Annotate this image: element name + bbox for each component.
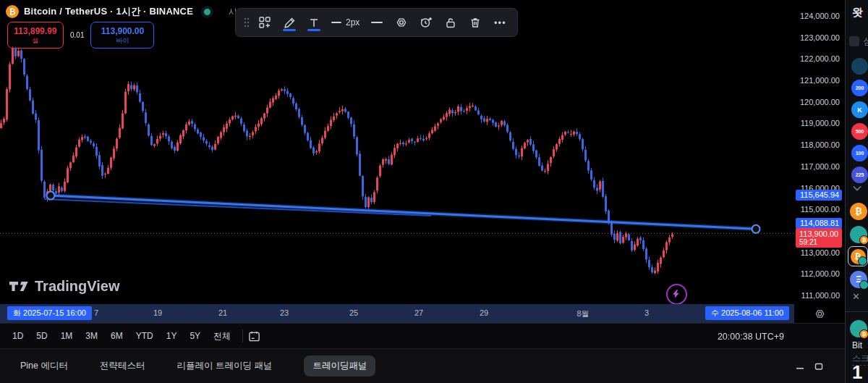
lock-icon[interactable]	[439, 12, 462, 33]
symbol-header: ₿ Bitcoin / TetherUS · 1시간 · BINANCE 시1	[6, 4, 242, 19]
range-divider	[242, 329, 243, 342]
minimize-panel-icon[interactable]	[796, 362, 804, 371]
text-color-icon[interactable]	[302, 12, 326, 33]
template-add-icon[interactable]	[253, 12, 276, 33]
bottom-tab-2[interactable]: 리플레이 트레이딩 패널	[177, 360, 273, 372]
current-price-badge: 113,900.0059:21	[796, 228, 842, 248]
btc-coin-icon: ₿	[851, 249, 866, 264]
range-button-1m[interactable]: 1M	[54, 327, 80, 345]
axis-settings-corner	[794, 304, 845, 323]
clock-timezone[interactable]: 20:00:38 UTC+9	[718, 324, 784, 349]
more-options-icon[interactable]: •••	[488, 12, 511, 33]
watchlist-coin-pair[interactable]: ₿	[850, 226, 867, 243]
watchlist-coin-selected[interactable]: ₿	[848, 246, 868, 266]
range-button-3m[interactable]: 3M	[79, 327, 104, 345]
replay-start-date-badge: 화 2025-07-15 16:00	[7, 306, 92, 320]
sell-price: 113,899.99	[14, 27, 56, 36]
sidebar-index-badge-3[interactable]: 500	[851, 123, 868, 140]
boost-lightning-icon[interactable]	[666, 284, 687, 305]
price-tick-label: 123,000.00	[800, 33, 840, 43]
range-button-전체[interactable]: 전체	[207, 327, 237, 346]
buy-button[interactable]: 113,900.00 바이	[90, 22, 154, 49]
time-tick-label: 19	[153, 308, 162, 317]
range-toolbar: 1D5D1M3M6MYTD1Y5Y전체 20:00:38 UTC+9	[0, 323, 845, 348]
time-tick-label: 25	[349, 308, 358, 317]
range-button-ytd[interactable]: YTD	[129, 327, 160, 345]
price-tick-label: 119,000.00	[801, 118, 840, 128]
price-axis[interactable]: 124,000.00123,000.00122,000.00121,000.00…	[794, 0, 845, 304]
symbol-title[interactable]: Bitcoin / TetherUS · 1시간 · BINANCE	[24, 5, 193, 18]
sidebar-index-badge-0[interactable]	[851, 58, 868, 75]
line-width-label: 2px	[346, 17, 359, 28]
price-tick-label: 117,000.00	[801, 161, 840, 172]
range-button-1y[interactable]: 1Y	[160, 327, 184, 345]
sell-button[interactable]: 113,899.99 셀	[7, 22, 64, 49]
axis-settings-gear-icon[interactable]	[814, 308, 826, 320]
price-tick-label: 115,000.00	[801, 204, 840, 214]
time-tick-label: 21	[218, 308, 227, 317]
btc-sub-icon2: ₿	[859, 329, 868, 339]
settings-icon[interactable]	[390, 12, 413, 33]
add-alert-icon[interactable]	[414, 12, 438, 33]
price-tick-label: 111,000.00	[801, 290, 840, 300]
close-item-icon[interactable]: ✕	[852, 291, 860, 302]
price-tick-label: 112,000.00	[801, 269, 840, 279]
time-tick-label: 23	[280, 308, 289, 317]
watchlist-label[interactable]: 왓	[852, 6, 863, 20]
bottom-tab-1[interactable]: 전략테스터	[100, 360, 145, 372]
sidebar-index-badge-5[interactable]: 225	[851, 167, 868, 183]
symbol-row[interactable]: 심	[849, 35, 868, 48]
tradingview-logo-icon	[9, 279, 29, 293]
chart-area: ₿ Bitcoin / TetherUS · 1시간 · BINANCE 시1 …	[0, 0, 794, 304]
buy-label: 바이	[116, 37, 129, 44]
toolbar-drag-handle-icon[interactable]	[242, 12, 252, 33]
chevron-down-icon[interactable]	[853, 185, 861, 191]
buy-price: 113,900.00	[101, 27, 144, 36]
price-tick-label: 122,000.00	[800, 54, 840, 64]
line-width-selector[interactable]: 2px	[327, 12, 364, 33]
pencil-color-icon[interactable]	[278, 12, 301, 33]
line-style-icon[interactable]	[365, 12, 388, 33]
watchlist-coin-btc[interactable]: ₿	[850, 203, 867, 220]
go-to-date-icon[interactable]	[248, 330, 260, 342]
range-button-1d[interactable]: 1D	[6, 327, 30, 345]
spread-value: 0.01	[70, 31, 84, 39]
restore-panel-icon[interactable]	[814, 362, 823, 371]
trash-icon[interactable]	[464, 12, 487, 33]
bit-label: Bit	[852, 340, 862, 350]
bar-countdown: 59:21	[799, 238, 838, 246]
sidebar-index-badge-1[interactable]: 200	[851, 80, 868, 96]
alt-sub-icon	[858, 256, 867, 266]
price-badge-blue: 115,645.94	[796, 190, 842, 201]
right-sidebar: 왓 심 200K500100225 ₿ ₿ ₿ Ξ ✕ ₿ Bit 스크 1	[845, 0, 868, 383]
bottom-coin-icon[interactable]: ₿	[850, 320, 867, 337]
sidebar-index-badge-2[interactable]: K	[851, 101, 868, 118]
sidebar-divider	[846, 311, 868, 312]
range-button-5y[interactable]: 5Y	[183, 327, 207, 345]
price-tick-label: 113,000.00	[801, 248, 840, 258]
pencil-color-swatch	[283, 29, 296, 31]
btc-sub-icon: ₿	[859, 235, 868, 245]
bottom-panel-tabs: Pine 에디터전략테스터리플레이 트레이딩 패널트레이딩패널	[0, 348, 845, 383]
price-tick-label: 118,000.00	[801, 140, 840, 150]
price-tick-label: 124,000.00	[800, 11, 840, 21]
sidebar-index-badge-4[interactable]: 100	[851, 145, 868, 161]
time-axis[interactable]: 화 2025-07-15 16:00 수 2025-08-06 11:00 71…	[0, 304, 794, 323]
range-button-5d[interactable]: 5D	[30, 327, 54, 345]
time-tick-label: 3	[644, 308, 649, 317]
watermark-label: TradingView	[35, 278, 119, 295]
bottom-tab-3[interactable]: 트레이딩패널	[304, 355, 375, 376]
bottom-tab-0[interactable]: Pine 에디터	[20, 360, 68, 372]
watchlist-coin-eth[interactable]: Ξ	[850, 271, 867, 288]
flag-icon	[849, 36, 859, 46]
time-tick-label: 29	[480, 308, 488, 317]
order-panel: 113,899.99 셀 0.01 113,900.00 바이	[7, 22, 154, 49]
market-status-icon	[204, 9, 210, 15]
range-button-6m[interactable]: 6M	[104, 327, 129, 345]
time-tick-label: 7	[94, 308, 98, 317]
tradingview-app: ₿ Bitcoin / TetherUS · 1시간 · BINANCE 시1 …	[0, 0, 868, 383]
text-color-swatch	[307, 29, 320, 31]
drawing-toolbar: 2px •••	[235, 8, 518, 37]
line-width-sample-icon	[331, 22, 341, 23]
crosshair-date-badge: 수 2025-08-06 11:00	[705, 306, 789, 320]
